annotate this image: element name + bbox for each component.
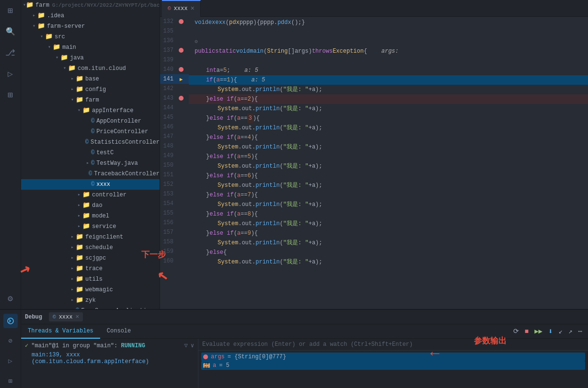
btn-step-over[interactable]: ⬇ — [546, 326, 555, 337]
debug-tab-actions: ⟳ ■ ▶▶ ⬇ ↙ ↗ ⋯ — [511, 326, 588, 337]
tree-main[interactable]: ▾ 📁 main — [21, 42, 160, 53]
code-line-135 — [189, 27, 588, 37]
tree-farmserverapplication[interactable]: © FarmServerApplication — [21, 306, 160, 309]
debug-icon[interactable] — [3, 314, 18, 328]
tree-appcontroller[interactable]: © AppController — [21, 116, 160, 126]
tree-appinterface[interactable]: ▾ 📁 appInterface — [21, 105, 160, 116]
tree-config[interactable]: ▸ 📁 config — [21, 84, 160, 95]
ln-141: 141 — [160, 76, 177, 82]
search-icon[interactable]: 🔍 — [4, 25, 17, 38]
run-debug-icon[interactable]: ▷ — [4, 67, 17, 80]
trace-icon: 📁 — [76, 264, 83, 274]
var-entry-args[interactable]: args = {String[0]@777} — [201, 353, 585, 361]
com-itun-label: com.itun.cloud — [78, 64, 126, 73]
bottom-icon-2[interactable]: ⊘ — [3, 334, 18, 348]
tree-statisticscontroller[interactable]: © StatisticsController — [21, 137, 160, 148]
tree-tracebackcontroller[interactable]: © TracebackController — [21, 169, 160, 179]
tree-idea[interactable]: ▸ 📁 .idea — [21, 11, 160, 21]
tree-java[interactable]: ▾ 📁 java — [21, 53, 160, 63]
tree-scjgpc[interactable]: ▸ 📁 scjgpc — [21, 253, 160, 263]
btn-refresh-threads[interactable]: ⟳ — [511, 326, 521, 336]
settings-icon[interactable]: ⚙ — [4, 292, 17, 305]
btn-step-out[interactable]: ↗ — [566, 326, 574, 336]
tree-controller[interactable]: ▸ 📁 controller — [21, 190, 160, 200]
extensions-icon[interactable]: ⊞ — [4, 88, 17, 102]
tab-close-button[interactable]: × — [190, 5, 194, 12]
webmagic-icon: 📁 — [76, 285, 83, 295]
ln-139: 139 — [160, 57, 177, 63]
tree-pricecontroller[interactable]: © PriceController — [21, 126, 160, 137]
tree-farm-server[interactable]: ▾ 📁 farm-server — [21, 21, 160, 32]
tab-threads-variables[interactable]: Threads & Variables — [21, 324, 100, 339]
ln-157: 157 — [160, 229, 177, 236]
bp-141[interactable]: ▶ — [177, 76, 185, 82]
var-entry-a[interactable]: 1001 a = 5 — [201, 361, 585, 370]
tree-feignclient[interactable]: ▸ 📁 feignclient — [21, 232, 160, 242]
tree-root[interactable]: ▾ 📁 farm G:/project/NYX/2022/ZHYNYPT/pt/… — [21, 0, 160, 11]
tree-xxxx[interactable]: © xxxx — [21, 179, 160, 190]
code-line-157: }else if(a==9){ — [189, 228, 588, 238]
tree-model[interactable]: ▸ 📁 model — [21, 211, 160, 221]
farm-label: farm — [85, 95, 99, 105]
bp-140[interactable] — [177, 67, 185, 72]
schedule-icon: 📁 — [76, 243, 83, 252]
tree-src[interactable]: ▾ 📁 src — [21, 32, 160, 42]
config-arrow: ▸ — [69, 85, 76, 94]
bp-137[interactable] — [177, 48, 185, 53]
ln-159: 159 — [160, 248, 177, 255]
bottom-icon-4[interactable]: ⊞ — [3, 374, 18, 388]
schedule-label: schedule — [85, 243, 113, 252]
tree-zyk[interactable]: ▸ 📁 zyk — [21, 295, 160, 306]
editor-area: © xxxx × 132 135 136 137 139 140 141▶ 14… — [160, 0, 588, 309]
file-explorer: ▾ 📁 farm G:/project/NYX/2022/ZHYNYPT/pt/… — [21, 0, 160, 309]
tree-testway[interactable]: ▸ © TestWay.java — [21, 158, 160, 169]
ln-143: 143 — [160, 95, 177, 102]
tree-schedule[interactable]: ▸ 📁 schedule — [21, 242, 160, 253]
ln-148: 148 — [160, 143, 177, 149]
tree-utils[interactable]: ▸ 📁 utils — [21, 274, 160, 285]
zyk-icon: 📁 — [76, 296, 83, 305]
debug-tab-java-icon: © — [53, 314, 56, 320]
explorer-icon[interactable]: ⊞ — [4, 4, 17, 17]
tree-testc[interactable]: © testC — [21, 148, 160, 158]
thread-filter-icon[interactable]: ▽ — [184, 342, 188, 349]
dao-icon: 📁 — [82, 201, 90, 210]
debug-file-tab[interactable]: © xxxx × — [49, 312, 83, 321]
bottom-icon-3[interactable]: ▷ — [3, 354, 18, 368]
bp-143[interactable] — [177, 96, 185, 101]
debug-frame-text: main:139, xxxx (com.itun.cloud.farm.appI… — [32, 352, 149, 365]
btn-more[interactable]: ⋯ — [576, 326, 584, 336]
tab-console[interactable]: Console — [100, 324, 138, 339]
thread-expand-icon[interactable]: ∨ — [191, 342, 194, 349]
tab-xxxx[interactable]: © xxxx × — [162, 0, 201, 17]
testway-arrow: ▸ — [84, 159, 91, 168]
tree-dao[interactable]: ▸ 📁 dao — [21, 200, 160, 211]
tree-farm[interactable]: ▾ 📁 farm — [21, 95, 160, 105]
btn-step-into[interactable]: ↙ — [557, 326, 565, 336]
var-a-icon: 1001 — [203, 363, 210, 368]
bp-132[interactable] — [177, 19, 185, 24]
debug-tab-close[interactable]: × — [75, 313, 79, 320]
tree-com-itun[interactable]: ▾ 📁 com.itun.cloud — [21, 63, 160, 74]
testway-label: TestWay.java — [96, 159, 138, 168]
idea-folder-icon: 📁 — [37, 11, 45, 21]
btn-resume[interactable]: ▶▶ — [532, 326, 544, 336]
zyk-arrow: ▸ — [69, 296, 76, 305]
tab-threads-label: Threads & Variables — [28, 328, 93, 334]
btn-stop[interactable]: ■ — [523, 327, 530, 336]
tree-service[interactable]: ▸ 📁 service — [21, 221, 160, 232]
source-control-icon[interactable]: ⎇ — [4, 46, 17, 59]
thread-label: "main"@1 in group "main": RUNNING — [31, 342, 145, 349]
threads-panel: ✓ "main"@1 in group "main": RUNNING ▽ ∨ … — [21, 339, 198, 388]
tree-trace[interactable]: ▸ 📁 trace — [21, 263, 160, 274]
tree-base[interactable]: ▸ 📁 base — [21, 74, 160, 84]
var-a-name: a — [213, 362, 216, 369]
tree-webmagic[interactable]: ▸ 📁 webmagic — [21, 285, 160, 295]
eval-input-bar[interactable]: Evaluate expression (Enter) or add a wat… — [198, 339, 588, 351]
debug-frame-entry[interactable]: main:139, xxxx (com.itun.cloud.farm.appI… — [21, 351, 198, 366]
feignclient-label: feignclient — [85, 232, 123, 242]
var-args-value: = {String[0]@777} — [228, 354, 286, 360]
appinterface-label: appInterface — [92, 106, 133, 115]
farm-arrow: ▾ — [69, 95, 76, 105]
ln-147: 147 — [160, 133, 177, 140]
